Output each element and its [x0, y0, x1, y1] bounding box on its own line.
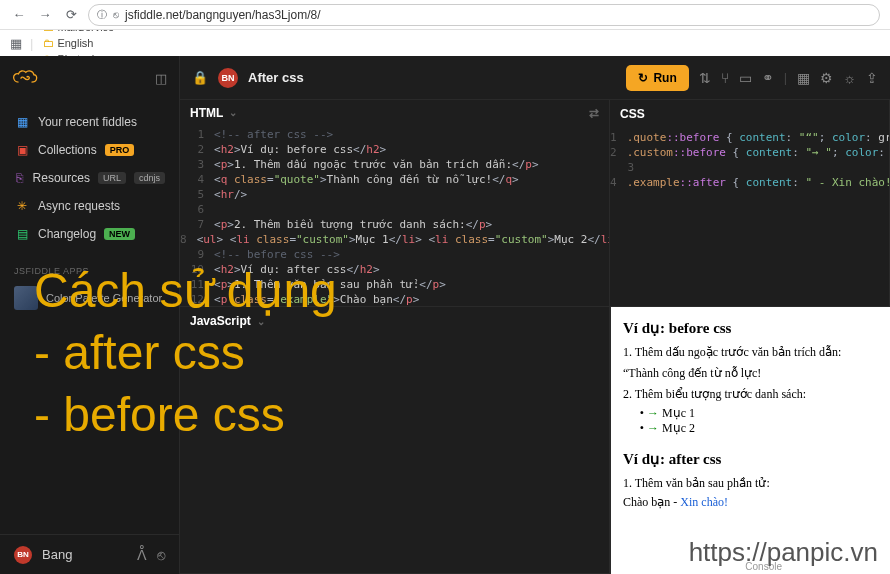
- html-pane: HTML ⌄ ⇄ 1<!-- after css -->2<h2>Ví dụ: …: [180, 100, 610, 307]
- js-pane: JavaScript ⌄: [180, 307, 610, 574]
- app-thumbnail-icon: [14, 286, 38, 310]
- fiddle-title[interactable]: After css: [248, 70, 304, 85]
- settings-icon[interactable]: ⚙: [820, 70, 833, 86]
- result-text: 2. Thêm biểu tượng trước danh sách:: [623, 387, 878, 402]
- console-tab[interactable]: Console: [737, 559, 790, 574]
- sidebar-item-async-requests[interactable]: ✳Async requests: [0, 192, 179, 220]
- user-avatar[interactable]: BN: [14, 546, 32, 564]
- bookmark-english[interactable]: 🗀English: [39, 35, 118, 51]
- main-area: 🔒 BN After css ↻Run ⇅ ⑂ ▭ ⚭ | ▦ ⚙ ☼ ⇪ HT…: [180, 56, 890, 574]
- sidebar-item-collections[interactable]: ▣Collections PRO: [0, 136, 179, 164]
- result-quote: “Thành công đến từ nỗ lực!: [623, 366, 878, 381]
- run-icon: ↻: [638, 71, 648, 85]
- app-frame: ◫ ▦Your recent fiddles▣Collections PRO⎘R…: [0, 56, 890, 574]
- collab-icon[interactable]: ⚭: [762, 70, 774, 86]
- sync-icon[interactable]: ⇅: [699, 70, 711, 86]
- chevron-down-icon: ⌄: [257, 316, 265, 327]
- result-pane: Ví dụ: before css 1. Thêm dấu ngoặc trướ…: [610, 307, 890, 574]
- result-text: 1. Thêm dấu ngoặc trước văn bản trích dẫ…: [623, 345, 878, 360]
- url-text: jsfiddle.net/bangnguyen/has3Ljom/8/: [125, 8, 320, 22]
- theme-icon[interactable]: ☼: [843, 70, 856, 86]
- user-name: Bang: [42, 547, 72, 562]
- sidebar-icon: ▤: [14, 226, 30, 242]
- list-item: → Mục 1: [647, 406, 878, 421]
- css-editor[interactable]: 1.quote::before { content: "“"; color: g…: [610, 128, 889, 192]
- site-info-icon[interactable]: ⓘ: [97, 8, 107, 22]
- css-pane: CSS 1.quote::before { content: "“"; colo…: [610, 100, 890, 307]
- reload-button[interactable]: ⟳: [62, 6, 80, 24]
- address-bar[interactable]: ⓘ ⎋ jsfiddle.net/bangnguyen/has3Ljom/8/: [88, 4, 880, 26]
- tidy-icon[interactable]: ⇄: [589, 106, 599, 120]
- editor-panes: HTML ⌄ ⇄ 1<!-- after css -->2<h2>Ví dụ: …: [180, 100, 890, 574]
- user-menu-icon[interactable]: ᐰ: [137, 547, 147, 563]
- layout-icon[interactable]: ▦: [797, 70, 810, 86]
- fork-icon[interactable]: ⑂: [721, 70, 729, 86]
- sidebar-item-resources[interactable]: ⎘Resources URL cdnjs: [0, 164, 179, 192]
- browser-toolbar: ← → ⟳ ⓘ ⎋ jsfiddle.net/bangnguyen/has3Lj…: [0, 0, 890, 30]
- editor-toolbar: 🔒 BN After css ↻Run ⇅ ⑂ ▭ ⚭ | ▦ ⚙ ☼ ⇪: [180, 56, 890, 100]
- pill: cdnjs: [134, 172, 165, 184]
- sidebar-icon: ✳: [14, 198, 30, 214]
- sidebar-item-changelog[interactable]: ▤Changelog NEW: [0, 220, 179, 248]
- badge: NEW: [104, 228, 135, 240]
- back-button[interactable]: ←: [10, 6, 28, 24]
- sidebar-icon: ▣: [14, 142, 30, 158]
- html-editor[interactable]: 1<!-- after css -->2<h2>Ví dụ: before cs…: [180, 125, 609, 306]
- panels-icon[interactable]: ◫: [155, 71, 167, 86]
- chevron-down-icon: ⌄: [229, 107, 237, 118]
- logo-row: ◫: [0, 56, 179, 100]
- lock-icon[interactable]: 🔒: [192, 70, 208, 85]
- apps-grid-icon[interactable]: ▦: [10, 36, 24, 50]
- result-heading-2: Ví dụ: after css: [623, 450, 878, 468]
- result-text: 1. Thêm văn bản sau phần tử:: [623, 476, 878, 491]
- not-secure-icon: ⎋: [113, 9, 119, 20]
- logout-icon[interactable]: ⎋: [157, 547, 165, 563]
- list-item: → Mục 2: [647, 421, 878, 436]
- pill: URL: [98, 172, 126, 184]
- forward-button[interactable]: →: [36, 6, 54, 24]
- run-button[interactable]: ↻Run: [626, 65, 688, 91]
- jsfiddle-logo-icon[interactable]: [12, 68, 38, 88]
- fiddle-owner-avatar[interactable]: BN: [218, 68, 238, 88]
- sidebar-item-your-recent-fiddles[interactable]: ▦Your recent fiddles: [0, 108, 179, 136]
- result-text: Chào bạn - Xin chào!: [623, 495, 878, 510]
- sidebar-footer: BN Bang ᐰ ⎋: [0, 534, 179, 574]
- share-icon[interactable]: ⇪: [866, 70, 878, 86]
- result-list: → Mục 1 → Mục 2: [647, 406, 878, 436]
- folder-icon: 🗀: [43, 30, 54, 33]
- folder-icon: 🗀: [43, 37, 54, 49]
- sidebar-app-color-palette[interactable]: Color Palette Generator: [0, 280, 179, 316]
- js-pane-header[interactable]: JavaScript ⌄: [180, 307, 609, 335]
- css-pane-header[interactable]: CSS: [610, 100, 889, 128]
- badge: PRO: [105, 144, 135, 156]
- sidebar-icon: ⎘: [14, 170, 25, 186]
- result-heading-1: Ví dụ: before css: [623, 319, 878, 337]
- sidebar-menu: ▦Your recent fiddles▣Collections PRO⎘Res…: [0, 100, 179, 256]
- save-icon[interactable]: ▭: [739, 70, 752, 86]
- sidebar: ◫ ▦Your recent fiddles▣Collections PRO⎘R…: [0, 56, 180, 574]
- sidebar-apps-heading: JSFIDDLE APPS: [0, 256, 179, 280]
- html-pane-header[interactable]: HTML ⌄ ⇄: [180, 100, 609, 125]
- bookmarks-bar: ▦ | 🗀Careers🗀Icon🗀PHP🗀Server🗀Blogs🗀Plugi…: [0, 30, 890, 56]
- sidebar-icon: ▦: [14, 114, 30, 130]
